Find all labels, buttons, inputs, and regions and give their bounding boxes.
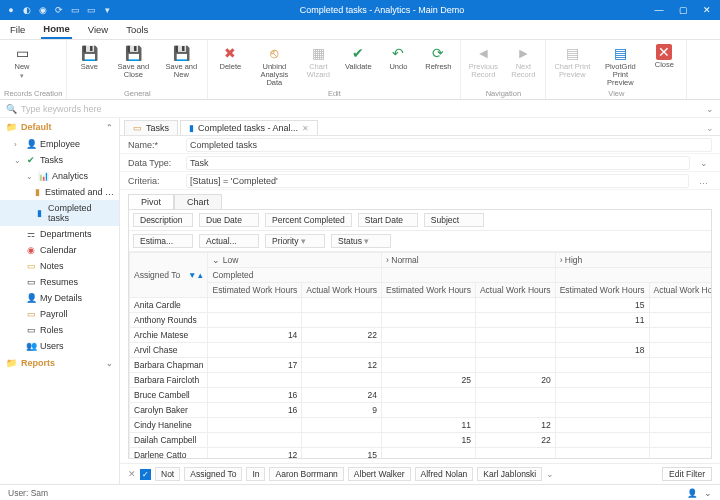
- save-close-button[interactable]: 💾Save and Close: [111, 42, 155, 79]
- table-row[interactable]: Carolyn Baker169169: [130, 403, 712, 418]
- chevron-down-icon: ⌄: [106, 359, 113, 368]
- qat-icon[interactable]: ●: [6, 5, 16, 15]
- minimize-icon[interactable]: —: [652, 5, 666, 15]
- folder-icon: 📁: [6, 122, 17, 132]
- tab-chart[interactable]: Chart: [174, 194, 222, 209]
- nav-calendar[interactable]: ◉Calendar: [0, 242, 119, 258]
- priority-low-header[interactable]: ⌄ Low: [208, 253, 382, 268]
- field-priority[interactable]: Priority ▾: [265, 234, 325, 248]
- tab-pivot[interactable]: Pivot: [128, 194, 174, 209]
- validate-button[interactable]: ✔Validate: [340, 42, 376, 71]
- tab-completed-tasks[interactable]: ▮Completed tasks - Anal...✕: [180, 120, 318, 135]
- delete-button[interactable]: ✖Delete: [212, 42, 248, 71]
- nav-group-reports[interactable]: 📁Reports⌄: [0, 354, 119, 372]
- chart-icon: ▮: [34, 208, 44, 218]
- filter-assigned[interactable]: Assigned To: [184, 467, 242, 481]
- money-icon: ▭: [26, 309, 36, 319]
- criteria-label: Criteria:: [128, 176, 180, 186]
- qat-icon[interactable]: ◐: [22, 5, 32, 15]
- data-field-area[interactable]: Estima... Actual... Priority ▾ Status ▾: [129, 231, 711, 252]
- nav-users[interactable]: 👥Users: [0, 338, 119, 354]
- table-row[interactable]: Anthony Rounds111111: [130, 313, 712, 328]
- chevron-down-icon[interactable]: ▾: [102, 5, 112, 15]
- nav-mydetails[interactable]: 👤My Details: [0, 290, 119, 306]
- menu-file[interactable]: File: [8, 21, 27, 38]
- nav-completed-tasks[interactable]: ▮Completed tasks: [0, 200, 119, 226]
- chevron-down-icon[interactable]: ⌄: [704, 488, 712, 498]
- table-row[interactable]: Cindy Haneline11121112: [130, 418, 712, 433]
- filter-field-area[interactable]: Description Due Date Percent Completed S…: [129, 210, 711, 231]
- ellipsis-icon[interactable]: …: [695, 176, 712, 186]
- priority-high-header[interactable]: › High: [555, 253, 711, 268]
- filter-name[interactable]: Albert Walker: [348, 467, 411, 481]
- menu-tools[interactable]: Tools: [124, 21, 150, 38]
- menu-home[interactable]: Home: [41, 20, 71, 39]
- nav-departments[interactable]: ⚎Departments: [0, 226, 119, 242]
- nav-payroll[interactable]: ▭Payroll: [0, 306, 119, 322]
- table-row[interactable]: Archie Matese14221422: [130, 328, 712, 343]
- filter-name[interactable]: Aaron Borrmann: [269, 467, 343, 481]
- col-ewh: Estimated Work Hours: [555, 283, 649, 298]
- maximize-icon[interactable]: ▢: [676, 5, 690, 15]
- table-row[interactable]: Anita Cardle15171517: [130, 298, 712, 313]
- filter-checkbox[interactable]: ✓: [140, 469, 151, 480]
- chevron-down-icon[interactable]: ⌄: [706, 104, 714, 114]
- table-row[interactable]: Dailah Campbell15221522: [130, 433, 712, 448]
- nav-tasks[interactable]: ⌄✔Tasks: [0, 152, 119, 168]
- priority-normal-header[interactable]: › Normal: [382, 253, 556, 268]
- field-actual[interactable]: Actual...: [199, 234, 259, 248]
- nav-notes[interactable]: ▭Notes: [0, 258, 119, 274]
- chevron-down-icon[interactable]: ⌄: [546, 469, 554, 479]
- assigned-to-header[interactable]: Assigned To ▴ ▼: [130, 253, 208, 298]
- task-icon: ✔: [26, 155, 36, 165]
- close-icon[interactable]: ✕: [700, 5, 714, 15]
- field-duedate[interactable]: Due Date: [199, 213, 259, 227]
- person-icon[interactable]: 👤: [687, 488, 698, 498]
- chevron-down-icon[interactable]: ⌄: [696, 158, 712, 168]
- table-row[interactable]: Barbara Faircloth25202520: [130, 373, 712, 388]
- tab-tasks[interactable]: ▭Tasks: [124, 120, 178, 135]
- field-startdate[interactable]: Start Date: [358, 213, 418, 227]
- table-row[interactable]: Bruce Cambell16241624: [130, 388, 712, 403]
- field-estima[interactable]: Estima...: [133, 234, 193, 248]
- refresh-icon[interactable]: ⟳: [54, 5, 64, 15]
- refresh-button[interactable]: ⟳Refresh: [420, 42, 456, 71]
- save-new-button[interactable]: 💾Save and New: [159, 42, 203, 79]
- field-subject[interactable]: Subject: [424, 213, 484, 227]
- filter-icon[interactable]: ▼: [188, 270, 196, 280]
- save-icon[interactable]: ▭: [86, 5, 96, 15]
- name-field[interactable]: Completed tasks: [186, 138, 712, 152]
- table-row[interactable]: Barbara Chapman17121712: [130, 358, 712, 373]
- nav-resumes[interactable]: ▭Resumes: [0, 274, 119, 290]
- chevron-down-icon[interactable]: ⌄: [700, 121, 720, 135]
- menu-view[interactable]: View: [86, 21, 110, 38]
- nav-employee[interactable]: ›👤Employee: [0, 136, 119, 152]
- table-row[interactable]: Arvil Chase18101810: [130, 343, 712, 358]
- qat-icon[interactable]: ◉: [38, 5, 48, 15]
- save-icon[interactable]: ▭: [70, 5, 80, 15]
- filter-in[interactable]: In: [246, 467, 265, 481]
- datatype-select[interactable]: Task: [186, 156, 690, 170]
- filter-not[interactable]: Not: [155, 467, 180, 481]
- table-row[interactable]: Darlene Catto12151215: [130, 448, 712, 459]
- field-status[interactable]: Status ▾: [331, 234, 391, 248]
- undo-button[interactable]: ↶Undo: [380, 42, 416, 71]
- pivot-print-button[interactable]: ▤PivotGrid Print Preview: [598, 42, 642, 87]
- filter-name[interactable]: Karl Jablonski: [477, 467, 542, 481]
- field-percent[interactable]: Percent Completed: [265, 213, 352, 227]
- search-input[interactable]: Type keywords here: [21, 104, 702, 114]
- edit-filter-button[interactable]: Edit Filter: [662, 467, 712, 481]
- nav-analytics[interactable]: ⌄📊Analytics: [0, 168, 119, 184]
- close-filter-icon[interactable]: ✕: [128, 469, 136, 479]
- filter-name[interactable]: Alfred Nolan: [415, 467, 474, 481]
- close-button[interactable]: ✕Close: [646, 42, 682, 69]
- unbind-button[interactable]: ⎋Unbind Analysis Data: [252, 42, 296, 87]
- close-tab-icon[interactable]: ✕: [302, 124, 309, 133]
- new-button[interactable]: ▭New▾: [4, 42, 40, 80]
- save-button[interactable]: 💾Save: [71, 42, 107, 71]
- nav-group-default[interactable]: 📁Default⌃: [0, 118, 119, 136]
- nav-roles[interactable]: ▭Roles: [0, 322, 119, 338]
- criteria-field[interactable]: [Status] = 'Completed': [186, 174, 689, 188]
- field-description[interactable]: Description: [133, 213, 193, 227]
- nav-estimated[interactable]: ▮Estimated and actual work: [0, 184, 119, 200]
